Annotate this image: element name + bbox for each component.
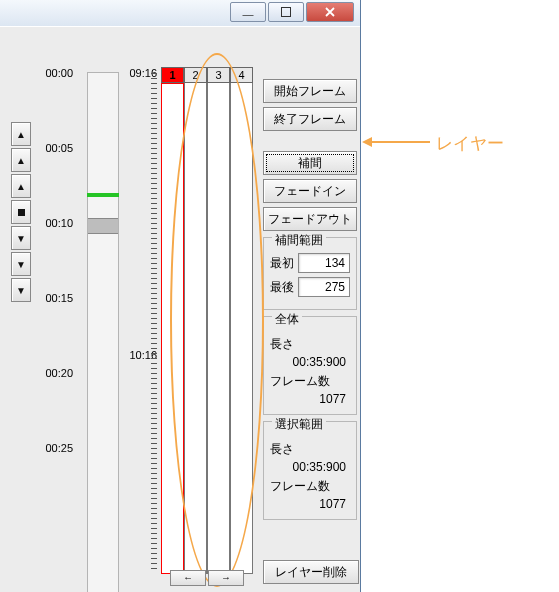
jump-up-2-button[interactable]: ▲ <box>11 148 31 172</box>
group-title: 選択範囲 <box>272 416 326 422</box>
layer-track-area: 1 2 3 4 <box>161 67 253 574</box>
side-panel: 開始フレーム 終了フレーム 補間 フェードイン フェードアウト 補間範囲 最初 … <box>263 79 357 520</box>
overview-thumb[interactable] <box>88 218 118 234</box>
length-label: 長さ <box>270 441 350 458</box>
first-frame-input[interactable]: 134 <box>298 253 350 273</box>
length-value: 00:35:900 <box>270 460 350 474</box>
jump-up-1-button[interactable]: ▲ <box>11 174 31 198</box>
length-label: 長さ <box>270 336 350 353</box>
overall-group: 全体 長さ 00:35:900 フレーム数 1077 <box>263 316 357 415</box>
close-button[interactable] <box>306 2 354 22</box>
annotation-label: レイヤー <box>436 132 504 155</box>
major-time-ruler: 00:00 00:05 00:10 00:15 00:20 00:25 00:3… <box>35 67 73 574</box>
overview-scrollbar[interactable] <box>87 72 119 592</box>
selection-group: 選択範囲 長さ 00:35:900 フレーム数 1077 <box>263 421 357 520</box>
delete-layer-button[interactable]: レイヤー削除 <box>263 560 359 584</box>
last-label: 最後 <box>270 279 294 296</box>
layer-scroll-right-button[interactable]: → <box>208 570 244 586</box>
jump-up-3-button[interactable]: ▲ <box>11 122 31 146</box>
titlebar: — <box>0 0 360 27</box>
fine-time-ruler: 09:16 10:16 <box>123 67 159 574</box>
start-frame-button[interactable]: 開始フレーム <box>263 79 357 103</box>
group-title: 全体 <box>272 311 302 317</box>
interpolation-range-group: 補間範囲 最初 134 最後 275 <box>263 237 357 310</box>
length-value: 00:35:900 <box>270 355 350 369</box>
layer-track-1[interactable] <box>161 83 184 574</box>
jump-down-1-button[interactable]: ▼ <box>11 226 31 250</box>
layer-hnav: ← → <box>170 570 244 586</box>
time-label: 00:20 <box>35 367 73 379</box>
time-label: 00:15 <box>35 292 73 304</box>
time-label: 00:00 <box>35 67 73 79</box>
time-label: 00:05 <box>35 142 73 154</box>
stop-button[interactable] <box>11 200 31 224</box>
overview-marker <box>87 193 119 197</box>
time-label: 00:25 <box>35 442 73 454</box>
fine-tick-marks <box>151 73 157 572</box>
layer-header-2[interactable]: 2 <box>184 67 207 83</box>
minimize-button[interactable]: — <box>230 2 266 22</box>
maximize-button[interactable] <box>268 2 304 22</box>
group-title: 補間範囲 <box>272 232 326 238</box>
layer-track-2[interactable] <box>184 83 207 574</box>
time-label: 00:10 <box>35 217 73 229</box>
layer-scroll-left-button[interactable]: ← <box>170 570 206 586</box>
layer-headers: 1 2 3 4 <box>161 67 253 83</box>
frames-label: フレーム数 <box>270 478 350 495</box>
jump-down-2-button[interactable]: ▼ <box>11 252 31 276</box>
last-frame-input[interactable]: 275 <box>298 277 350 297</box>
layer-header-3[interactable]: 3 <box>207 67 230 83</box>
jump-down-3-button[interactable]: ▼ <box>11 278 31 302</box>
frames-value: 1077 <box>270 497 350 511</box>
playback-button-column: ▲ ▲ ▲ ▼ ▼ ▼ <box>11 122 29 302</box>
layer-track-3[interactable] <box>207 83 230 574</box>
fade-out-button[interactable]: フェードアウト <box>263 207 357 231</box>
frames-label: フレーム数 <box>270 373 350 390</box>
end-frame-button[interactable]: 終了フレーム <box>263 107 357 131</box>
first-label: 最初 <box>270 255 294 272</box>
layer-header-4[interactable]: 4 <box>230 67 253 83</box>
fade-in-button[interactable]: フェードイン <box>263 179 357 203</box>
app-window: — ▲ ▲ ▲ ▼ ▼ ▼ <box>0 0 361 592</box>
interpolate-button[interactable]: 補間 <box>263 151 357 175</box>
layer-header-1[interactable]: 1 <box>161 67 184 83</box>
layer-track-4[interactable] <box>230 83 253 574</box>
frames-value: 1077 <box>270 392 350 406</box>
annotation-arrow <box>370 141 430 143</box>
